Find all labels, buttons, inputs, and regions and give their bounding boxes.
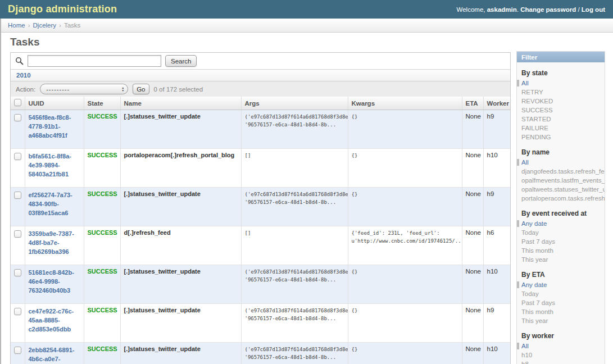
kwargs-cell: {} xyxy=(348,343,462,364)
args-cell: ('e97c687d13d87f614a6d81768d8f3d8e', '96… xyxy=(241,110,348,149)
column-header-worker[interactable]: Worker xyxy=(483,97,510,110)
search-icon xyxy=(15,57,24,65)
args-cell: ('e97c687d13d87f614a6d81768d8f3d8e', '96… xyxy=(241,304,348,343)
uuid-cell: ce47e922-c76c-45aa-8885-c2d853e05dbb xyxy=(25,304,84,343)
filter-link[interactable]: SUCCESS xyxy=(521,107,553,113)
row-checkbox[interactable] xyxy=(14,192,21,199)
row-checkbox[interactable] xyxy=(14,153,21,160)
search-button[interactable]: Search xyxy=(165,55,197,67)
filter-link[interactable]: All xyxy=(521,343,529,349)
filter-link[interactable]: h10 xyxy=(521,352,532,358)
select-all-checkbox[interactable] xyxy=(14,99,21,106)
uuid-cell: 3359ba9e-7387-4d8f-ba7e-1fb6269ba396 xyxy=(25,226,84,265)
filter-link[interactable]: Past 7 days xyxy=(521,299,555,306)
eta-cell: None xyxy=(462,188,483,226)
task-uuid-link[interactable]: 3359ba9e-7387-4d8f-ba7e-1fb6269ba396 xyxy=(29,229,81,256)
filter-item: This year xyxy=(517,316,605,325)
filter-link[interactable]: This year xyxy=(521,317,548,324)
args-cell: [] xyxy=(241,226,348,265)
filter-link[interactable]: This month xyxy=(521,308,553,315)
worker-cell: h10 xyxy=(483,149,510,188)
welcome-text: Welcome, xyxy=(457,6,485,13)
filter-link[interactable]: Today xyxy=(521,290,539,297)
column-header-uuid[interactable]: UUID xyxy=(25,97,84,110)
filter-link[interactable]: This month xyxy=(521,247,553,254)
django-admin-window: Django administration Welcome, askadmin.… xyxy=(0,0,613,364)
filter-link[interactable]: REVOKED xyxy=(521,98,553,104)
user-tools-separator: / xyxy=(578,6,579,13)
filter-link[interactable]: RETRY xyxy=(521,89,543,95)
column-header-name[interactable]: Name xyxy=(120,97,241,110)
go-button[interactable]: Go xyxy=(133,84,149,94)
kwargs-cell: {} xyxy=(348,149,462,188)
filter-section-title: By event received at xyxy=(517,210,605,217)
filter-link[interactable]: opalfmevents.lastfm_events_update xyxy=(521,177,605,184)
filter-link[interactable]: FAILURE xyxy=(521,125,548,131)
task-uuid-link[interactable]: ce47e922-c76c-45aa-8885-c2d853e05dbb xyxy=(29,307,81,334)
kwargs-cell: {} xyxy=(348,304,462,343)
row-checkbox[interactable] xyxy=(14,269,21,276)
filter-item: opalfmevents.lastfm_events_update xyxy=(517,176,605,185)
filter-link[interactable]: All xyxy=(521,80,529,87)
filter-link[interactable]: portaloperacom.tasks.refresh_portal xyxy=(521,195,605,202)
column-header-args[interactable]: Args xyxy=(241,97,348,110)
results-table: UUIDStateNameArgsKwargsETAWorker 5456f8e… xyxy=(11,97,510,364)
filter-sidebar: Filter By stateAllRETRYREVOKEDSUCCESSSTA… xyxy=(516,51,605,364)
filter-item: PENDING xyxy=(517,133,605,142)
filter-link[interactable]: All xyxy=(521,159,529,166)
breadcrumb-item-tasks: Tasks xyxy=(64,22,80,29)
filter-link[interactable]: opaltweets.statuses_twitter_update xyxy=(521,186,605,193)
row-checkbox[interactable] xyxy=(14,114,21,121)
filter-item: All xyxy=(517,342,605,351)
date-hierarchy-year-link[interactable]: 2010 xyxy=(16,72,31,79)
filter-link[interactable]: h8 xyxy=(521,361,529,364)
filter-link[interactable]: PENDING xyxy=(521,134,551,140)
uuid-cell: 5456f8ea-f8c8-4778-91b1-a468abc4f91f xyxy=(25,110,84,149)
filter-link[interactable]: Any date xyxy=(521,220,547,227)
filter-item: Past 7 days xyxy=(517,237,605,246)
column-header-state[interactable]: State xyxy=(84,97,120,110)
filter-link[interactable]: Past 7 days xyxy=(521,238,555,245)
state-badge: SUCCESS xyxy=(88,345,117,352)
uuid-cell: 2ebb8254-6891-4b6c-a0e7-4cb90a494987 xyxy=(25,343,84,364)
task-uuid-link[interactable]: 51681ec8-842b-46e4-9998-7632460b40b3 xyxy=(29,268,81,295)
row-checkbox[interactable] xyxy=(14,308,21,315)
filter-section-title: By worker xyxy=(517,332,605,340)
row-checkbox[interactable] xyxy=(14,347,21,354)
column-header-eta[interactable]: ETA xyxy=(462,97,483,110)
breadcrumb-item-home[interactable]: Home xyxy=(8,22,25,29)
filter-link[interactable]: STARTED xyxy=(521,116,551,122)
task-uuid-link[interactable]: 2ebb8254-6891-4b6c-a0e7-4cb90a494987 xyxy=(29,345,81,364)
change-password-link[interactable]: Change password xyxy=(520,6,576,13)
logout-link[interactable]: Log out xyxy=(582,6,605,13)
filter-link[interactable]: Today xyxy=(521,229,539,236)
task-name-cell: portaloperacom[.]refresh_portal_blog xyxy=(120,149,241,188)
filter-list: AllRETRYREVOKEDSUCCESSSTARTEDFAILUREPEND… xyxy=(517,79,605,142)
task-name-cell: [.]statuses_twitter_update xyxy=(120,265,241,304)
breadcrumb-item-djcelery[interactable]: Djcelery xyxy=(33,22,57,29)
worker-cell: h6 xyxy=(483,226,510,265)
args-cell: ('e97c687d13d87f614a6d81768d8f3d8e', '96… xyxy=(241,265,348,304)
column-header-kwargs[interactable]: Kwargs xyxy=(348,97,462,110)
task-uuid-link[interactable]: ef256274-7a73-4834-90fb-03f89e15aca6 xyxy=(29,190,81,217)
task-uuid-link[interactable]: 5456f8ea-f8c8-4778-91b1-a468abc4f91f xyxy=(29,113,81,140)
args-cell: ('e97c687d13d87f614a6d81768d8f3d8e', '96… xyxy=(241,343,348,364)
filter-item: FAILURE xyxy=(517,124,605,133)
search-input[interactable] xyxy=(28,55,161,67)
state-badge: SUCCESS xyxy=(88,268,117,275)
filter-section-title: By ETA xyxy=(517,271,605,279)
row-checkbox[interactable] xyxy=(14,230,21,238)
worker-cell: h9 xyxy=(483,304,510,343)
filter-link[interactable]: Any date xyxy=(521,281,547,288)
state-cell: SUCCESS xyxy=(84,110,120,149)
filter-link[interactable]: This year xyxy=(521,256,548,263)
change-list: Search 2010 Action: --------- ▴▾ Go 0 of… xyxy=(10,52,511,364)
site-branding[interactable]: Django administration xyxy=(8,3,117,15)
row-select-cell xyxy=(11,149,25,188)
task-uuid-link[interactable]: b6fa561c-8f8a-4e39-9894-58403a21fb81 xyxy=(29,152,81,179)
row-select-cell xyxy=(11,188,25,226)
actions-bar: Action: --------- ▴▾ Go 0 of 172 selecte… xyxy=(11,81,510,97)
filter-item: djangofeeds.tasks.refresh_feed xyxy=(517,167,605,176)
action-select[interactable]: --------- ▴▾ xyxy=(40,84,128,94)
filter-link[interactable]: djangofeeds.tasks.refresh_feed xyxy=(521,168,605,175)
